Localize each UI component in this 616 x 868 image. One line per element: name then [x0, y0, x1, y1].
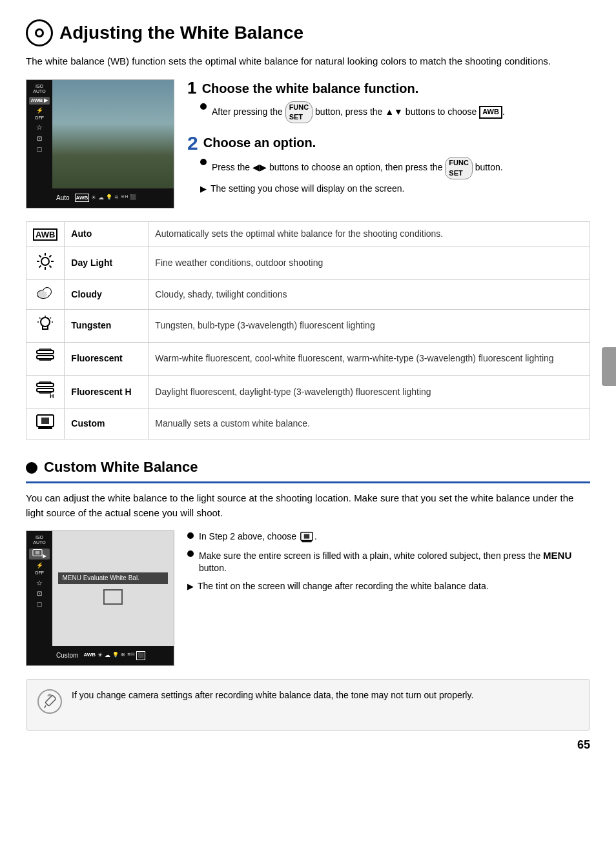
steps-section: ISOAUTO AWB ▶ ⚡OFF ☆ ⊡ □ Auto AWB ☀ ☁ 💡 …: [26, 79, 590, 208]
wb-icon-cell: [26, 309, 65, 342]
cwb-bullet-2: Make sure the entire screen is filled wi…: [187, 549, 590, 575]
step-2-title: Choose an option.: [203, 136, 316, 150]
table-row: Custom Manually sets a custom white bala…: [26, 409, 590, 439]
daylight-icon: [36, 252, 54, 270]
cam-sidebar-1: ISOAUTO AWB ▶ ⚡OFF ☆ ⊡ □: [26, 80, 52, 208]
cwb-bullet-2-text: Make sure the entire screen is filled wi…: [199, 549, 590, 575]
svg-point-14: [41, 318, 50, 327]
cwb-icon-iso: ISOAUTO: [29, 535, 50, 546]
wb-icon-cell: [26, 280, 65, 309]
cwb-bullet-circle-1: [187, 532, 194, 539]
cwb-section-title-area: Custom White Balance: [26, 458, 590, 483]
step-2-bullet-1-text: Press the ◀▶ buttons to choose an option…: [212, 157, 503, 179]
right-tab: [602, 347, 616, 386]
wb-icon-cell: [26, 343, 65, 376]
intro-text: The white balance (WB) function sets the…: [26, 54, 590, 69]
step-2-bullet-2: ▶ The setting you chose will display on …: [200, 183, 590, 196]
wb-desc-cell: Cloudy, shady, twilight conditions: [149, 280, 590, 309]
svg-line-5: [39, 255, 41, 257]
table-row: H Fluorescent H Daylight fluorescent, da…: [26, 376, 590, 409]
cwb-cam-sidebar: ISOAUTO ▶ ⚡OFF ☆ ⊡ □: [26, 531, 52, 665]
svg-rect-49: [45, 695, 56, 706]
cam-wb-cloud: ☁: [98, 194, 104, 202]
cwb-wb-fluor: ≋: [121, 651, 125, 660]
cam-icon-awb: AWB ▶: [29, 97, 50, 105]
bullet-circle-2: [200, 159, 207, 165]
cam-auto-label: Auto: [56, 194, 70, 203]
wb-table: AWB Auto Automatically sets the optimal …: [26, 221, 590, 440]
wb-name-cell: Custom: [65, 409, 149, 439]
cwb-icon-custom: ▶: [29, 549, 50, 560]
menu-keyword: MENU: [543, 550, 571, 561]
svg-text:H: H: [50, 393, 54, 399]
table-row: AWB Auto Automatically sets the optimal …: [26, 221, 590, 247]
cwb-icon-star: ☆: [29, 579, 50, 587]
step-1-bullet-1-text: After pressing the FUNCSET button, press…: [212, 101, 505, 124]
bullet-circle-icon: [200, 103, 207, 110]
svg-line-8: [39, 265, 41, 267]
cam-wb-awb: AWB: [75, 194, 90, 202]
cwb-bullet-3-text: The tint on the screen will change after…: [198, 580, 489, 593]
step-1-body: After pressing the FUNCSET button, press…: [200, 101, 590, 124]
wb-icon-cell: [26, 409, 65, 439]
page-title: Adjusting the White Balance: [59, 20, 303, 45]
svg-rect-24: [37, 356, 54, 359]
svg-point-0: [41, 257, 49, 265]
svg-line-6: [50, 265, 52, 267]
cam-wb-bulb: 💡: [106, 194, 112, 202]
cwb-wb-icons: AWB ☀ ☁ 💡 ≋ ≋H ⬛: [83, 651, 145, 660]
note-icon: [37, 689, 63, 721]
cam-wb-fluor-h: ≋H: [121, 194, 128, 202]
svg-rect-23: [37, 350, 54, 354]
table-row: Tungsten Tungsten, bulb-type (3-waveleng…: [26, 309, 590, 342]
fluorescent-icon: [36, 348, 55, 366]
cam-icon-flash: ⚡OFF: [29, 107, 50, 121]
svg-rect-31: [37, 383, 54, 387]
step-1: 1 Choose the white balance function. Aft…: [187, 79, 590, 124]
camera-screen-1: ISOAUTO AWB ▶ ⚡OFF ☆ ⊡ □ Auto AWB ☀ ☁ 💡 …: [26, 80, 174, 208]
cwb-bottom-bar: Custom AWB ☀ ☁ 💡 ≋ ≋H ⬛: [52, 646, 174, 665]
title-icon: [26, 19, 53, 46]
svg-rect-44: [36, 551, 40, 554]
table-row: Cloudy Cloudy, shady, twilight condition…: [26, 280, 590, 309]
wb-desc-cell: Automatically sets the optimal white bal…: [149, 221, 590, 247]
svg-rect-46: [304, 534, 310, 538]
svg-rect-32: [37, 389, 54, 392]
note-text: If you change camera settings after reco…: [72, 689, 473, 702]
cwb-cam-main: MENU Evaluate White Bal.: [52, 531, 174, 646]
camera-image-1: ISOAUTO AWB ▶ ⚡OFF ☆ ⊡ □ Auto AWB ☀ ☁ 💡 …: [26, 79, 174, 208]
step-2-header: 2 Choose an option.: [187, 134, 590, 153]
camera-image-2: ISOAUTO ▶ ⚡OFF ☆ ⊡ □ MENU Evaluate White…: [26, 530, 174, 666]
step-2-body: Press the ◀▶ buttons to choose an option…: [200, 157, 590, 195]
cwb-wb-cloud: ☁: [105, 651, 110, 660]
svg-rect-42: [38, 427, 52, 429]
cwb-icon-bracket: ⊡: [29, 590, 50, 598]
func-btn: FUNCSET: [285, 101, 313, 124]
step-1-bullet-1: After pressing the FUNCSET button, press…: [200, 101, 590, 124]
svg-rect-41: [41, 418, 49, 424]
cwb-intro: You can adjust the white balance to the …: [26, 491, 590, 520]
cwb-wb-awb: AWB: [83, 651, 96, 660]
wb-desc-cell: Fine weather conditions, outdoor shootin…: [149, 247, 590, 279]
cam-main-1: [52, 80, 174, 188]
note-box: If you change camera settings after reco…: [26, 679, 590, 731]
wb-name-cell: Auto: [65, 221, 149, 247]
awb-badge: AWB: [479, 106, 502, 118]
wb-icon-cell: [26, 247, 65, 279]
arrow-icon: ▶: [200, 183, 207, 195]
pencil-icon: [37, 689, 63, 714]
cam-wb-icons: AWB ☀ ☁ 💡 ≋ ≋H ⬛: [75, 194, 137, 202]
cwb-steps-content: In Step 2 above, choose . Make sure the …: [187, 530, 590, 666]
cwb-bullet-3: ▶ The tint on the screen will change aft…: [187, 580, 590, 593]
cam-icon-iso: ISOAUTO: [29, 84, 50, 95]
cwb-bullet-1-text: In Step 2 above, choose .: [199, 530, 317, 543]
awb-icon: AWB: [33, 228, 57, 241]
cwb-icon-flash: ⚡OFF: [29, 562, 50, 576]
svg-rect-47: [302, 541, 312, 542]
wb-icon-cell: H: [26, 376, 65, 409]
custom-icon: [36, 414, 54, 430]
cloudy-icon: [36, 285, 55, 299]
cwb-bullet-1: In Step 2 above, choose .: [187, 530, 590, 543]
cam-bottom-bar-1: Auto AWB ☀ ☁ 💡 ≋ ≋H ⬛: [52, 188, 174, 208]
cwb-menu-text: MENU Evaluate White Bal.: [62, 574, 139, 581]
